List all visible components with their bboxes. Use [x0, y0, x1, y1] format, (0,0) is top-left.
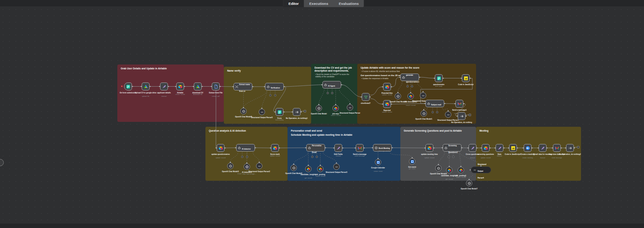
node-date-node[interactable]	[496, 144, 503, 152]
node-download-cv[interactable]	[194, 82, 202, 90]
node-personalize-email-node[interactable]: Personalize Email	[306, 144, 325, 152]
openai-icon	[374, 146, 378, 150]
node-openai1[interactable]	[421, 110, 427, 117]
node-screening-questions[interactable]	[482, 144, 490, 152]
robot-icon	[444, 146, 448, 150]
node-noop2[interactable]	[566, 144, 574, 152]
node-candidate-insights[interactable]	[305, 166, 312, 172]
node-extract-from-file[interactable]	[212, 82, 220, 90]
node-verification[interactable]: Verification	[265, 83, 284, 90]
spokes-icon	[235, 85, 238, 88]
connections-layer	[0, 0, 644, 228]
node-openai2[interactable]	[291, 165, 297, 171]
node-send-message[interactable]	[356, 144, 364, 152]
node-parser1[interactable]: <>	[445, 111, 451, 118]
node-generate-q1[interactable]: generate questionnaires1	[400, 74, 419, 81]
node-openai9[interactable]	[395, 93, 401, 99]
node-job-reqs[interactable]	[332, 105, 339, 111]
node-questionnaire[interactable]	[435, 74, 443, 82]
airtable-icon	[219, 146, 223, 150]
view-tabs: EditorExecutionsEvaluations	[283, 0, 364, 7]
node-job-posting1[interactable]	[458, 167, 464, 173]
node-applicant-details[interactable]	[160, 82, 168, 90]
tab-executions[interactable]: Executions	[304, 0, 334, 7]
error-indicator-dot	[121, 86, 123, 87]
node-subject-mail[interactable]: Subject mail	[425, 100, 444, 107]
node-parser3[interactable]: <>	[333, 164, 340, 170]
node-upload-cv[interactable]	[142, 82, 150, 90]
parser-icon: <>	[260, 110, 264, 114]
node-interview-send[interactable]	[553, 144, 561, 152]
node-openai5[interactable]	[435, 165, 442, 171]
node-score-mark[interactable]	[271, 144, 279, 152]
node-extract-name[interactable]: Extract name from cv	[234, 83, 252, 90]
node-job-posting[interactable]	[317, 166, 323, 172]
arrow-icon	[568, 146, 572, 150]
node-job-description[interactable]	[407, 93, 414, 99]
airtable-icon	[459, 168, 463, 172]
airtable-icon	[273, 146, 277, 150]
node-on-form-submission[interactable]	[124, 82, 132, 90]
node-update-questionnaires[interactable]	[217, 144, 225, 152]
node-ai-agent[interactable]: AI Agent	[322, 81, 341, 88]
node-google-calendar[interactable]	[375, 159, 381, 165]
arrow-icon	[295, 110, 299, 114]
airtable-icon	[484, 146, 488, 150]
node-openai8[interactable]	[240, 108, 247, 114]
svg-text:<>: <>	[447, 113, 449, 116]
node-update-meeting-time[interactable]	[425, 144, 433, 152]
parser-icon: <>	[335, 165, 338, 169]
node-title: AI detector	[242, 148, 251, 150]
node-openai-model[interactable]	[316, 105, 322, 111]
node-book-meeting[interactable]: Book Meetingmessage a model	[373, 144, 392, 152]
node-screening-q1[interactable]: Screening Questions1	[443, 144, 461, 152]
node-cross-questions[interactable]	[469, 144, 476, 152]
node-parser-g[interactable]: <>	[347, 104, 353, 111]
node-parser5[interactable]: <>	[259, 109, 265, 115]
robot-icon	[238, 146, 241, 150]
node-openai7[interactable]	[466, 180, 472, 186]
node-title: generate questionnaires1	[406, 74, 419, 83]
tab-evaluations[interactable]: Evaluations	[334, 0, 364, 7]
node-noop1[interactable]	[293, 108, 301, 116]
openai-icon	[422, 112, 426, 116]
openai-icon	[396, 94, 400, 98]
node-subtitle: message a model	[379, 150, 390, 152]
iffilter-icon	[364, 95, 368, 99]
node-get-event[interactable]	[409, 158, 415, 165]
node-parser7[interactable]: <>	[420, 92, 426, 99]
node-create-meeting[interactable]	[524, 144, 532, 152]
node-parser4[interactable]: <>Structured Output Parser4	[471, 166, 491, 173]
node-email-data[interactable]	[539, 144, 547, 152]
node-openai3[interactable]	[227, 163, 234, 169]
airtable-icon	[334, 106, 338, 110]
node-parser2[interactable]: <>	[256, 163, 262, 169]
node-candidate-insights1[interactable]	[446, 167, 452, 173]
gdrive-icon	[196, 84, 200, 89]
node-ai-detector1[interactable]	[244, 164, 250, 170]
robot-icon	[308, 146, 311, 150]
node-potential-hire[interactable]	[383, 83, 391, 91]
node-noop-brown[interactable]	[458, 112, 466, 120]
form-icon	[277, 110, 282, 114]
node-title: Personalize Email	[312, 145, 322, 153]
node-rejected[interactable]	[383, 100, 391, 108]
openai-icon	[229, 164, 232, 168]
node-form-node[interactable]	[276, 108, 283, 116]
parser-icon: <>	[446, 113, 450, 117]
tab-editor[interactable]: Editor	[283, 0, 304, 7]
svg-text:<>: <>	[335, 165, 338, 168]
node-send-message1[interactable]	[455, 100, 463, 108]
pencil-icon	[497, 146, 502, 150]
workflow-canvas[interactable]: EditorExecutionsEvaluations Grab User De…	[0, 0, 644, 228]
node-shortlisted[interactable]	[362, 93, 370, 101]
form-icon	[126, 84, 130, 89]
node-airtable-node[interactable]	[176, 82, 184, 90]
node-code-js[interactable]: JS	[462, 74, 470, 82]
gmail-icon	[457, 102, 462, 106]
airtable-icon	[178, 84, 183, 89]
node-code-js1[interactable]: JS	[509, 144, 517, 152]
node-edit-fields[interactable]	[334, 144, 342, 152]
openai-icon	[317, 106, 321, 110]
node-ai-detector[interactable]: AI detector	[236, 144, 255, 152]
